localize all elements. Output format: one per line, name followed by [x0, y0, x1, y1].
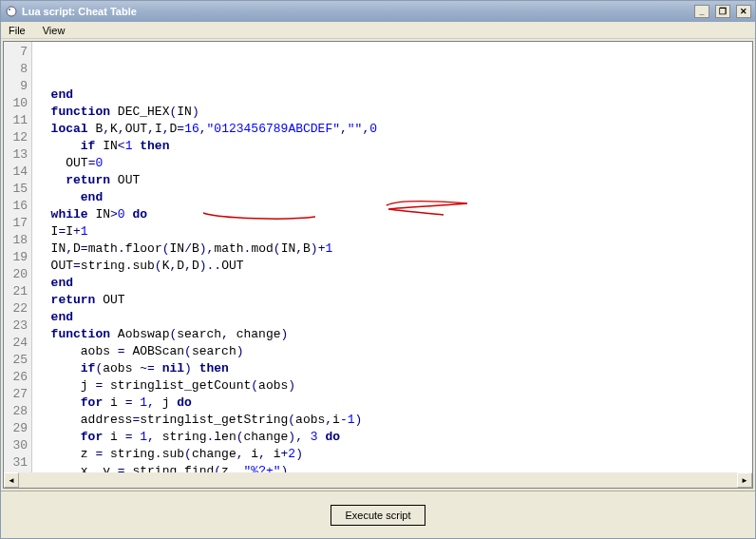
svg-point-0: [7, 7, 16, 16]
execute-script-button[interactable]: Execute script: [331, 505, 425, 526]
code-line[interactable]: function DEC_HEX(IN): [36, 104, 752, 121]
code-line[interactable]: return OUT: [36, 172, 752, 189]
bottom-panel: Execute script: [1, 491, 755, 538]
line-number: 15: [4, 181, 31, 198]
line-number: 17: [4, 215, 31, 232]
app-icon: [5, 5, 18, 18]
code-line[interactable]: address=stringlist_getString(aobs,i-1): [36, 412, 752, 429]
line-number: 14: [4, 164, 31, 181]
code-editor[interactable]: 7891011121314151617181920212223242526272…: [3, 41, 753, 489]
menu-view[interactable]: View: [39, 25, 69, 36]
line-number: 10: [4, 95, 31, 112]
window-title: Lua script: Cheat Table: [22, 6, 689, 17]
code-line[interactable]: end: [36, 275, 752, 292]
code-line[interactable]: end: [36, 309, 752, 326]
code-line[interactable]: j = stringlist_getCount(aobs): [36, 377, 752, 395]
line-number: 25: [4, 352, 31, 369]
line-number: 19: [4, 249, 31, 266]
code-line[interactable]: OUT=string.sub(K,D,D)..OUT: [36, 258, 752, 275]
line-number: 7: [4, 44, 31, 61]
line-number: 22: [4, 300, 31, 318]
code-line[interactable]: OUT=0: [36, 155, 752, 172]
line-number: 9: [4, 78, 31, 95]
code-line[interactable]: aobs = AOBScan(search): [36, 343, 752, 360]
minimize-button[interactable]: _: [694, 5, 709, 18]
code-line[interactable]: for i = 1, j do: [36, 395, 752, 412]
line-number: 23: [4, 318, 31, 335]
close-button[interactable]: ✕: [736, 5, 751, 18]
code-line[interactable]: local B,K,OUT,I,D=16,"0123456789ABCDEF",…: [36, 121, 752, 138]
line-number: 27: [4, 386, 31, 403]
line-number: 26: [4, 369, 31, 386]
svg-point-1: [9, 9, 10, 10]
code-area[interactable]: end function DEC_HEX(IN) local B,K,OUT,I…: [32, 42, 752, 472]
line-number: 13: [4, 146, 31, 164]
code-line[interactable]: x, y = string.find(z, "%?+"): [36, 463, 752, 472]
scroll-right-button[interactable]: ►: [737, 472, 752, 488]
line-number: 16: [4, 198, 31, 215]
horizontal-scrollbar[interactable]: ◄ ►: [4, 472, 752, 488]
code-line[interactable]: function Aobswap(search, change): [36, 326, 752, 343]
line-number: 12: [4, 129, 31, 146]
code-line[interactable]: I=I+1: [36, 223, 752, 241]
code-line[interactable]: z = string.sub(change, i, i+2): [36, 446, 752, 463]
code-line[interactable]: while IN>0 do: [36, 206, 752, 223]
code-line[interactable]: return OUT: [36, 292, 752, 309]
line-number: 24: [4, 335, 31, 352]
code-line[interactable]: end: [36, 189, 752, 206]
maximize-button[interactable]: ❐: [715, 5, 730, 18]
scroll-left-button[interactable]: ◄: [4, 472, 19, 488]
line-number: 28: [4, 403, 31, 420]
menubar: File View: [1, 22, 755, 39]
line-number-gutter: 7891011121314151617181920212223242526272…: [4, 42, 32, 472]
titlebar: Lua script: Cheat Table _ ❐ ✕: [1, 1, 755, 22]
code-line[interactable]: IN,D=math.floor(IN/B),math.mod(IN,B)+1: [36, 241, 752, 258]
line-number: 8: [4, 61, 31, 78]
code-line[interactable]: for i = 1, string.len(change), 3 do: [36, 429, 752, 446]
scroll-track[interactable]: [19, 472, 737, 488]
code-line[interactable]: if IN<1 then: [36, 138, 752, 155]
line-number: 18: [4, 232, 31, 249]
code-line[interactable]: end: [36, 87, 752, 104]
line-number: 30: [4, 437, 31, 454]
line-number: 29: [4, 420, 31, 437]
line-number: 11: [4, 112, 31, 129]
code-line[interactable]: if(aobs ~= nil) then: [36, 360, 752, 377]
line-number: 31: [4, 454, 31, 472]
line-number: 20: [4, 266, 31, 283]
line-number: 21: [4, 283, 31, 300]
menu-file[interactable]: File: [5, 25, 29, 36]
